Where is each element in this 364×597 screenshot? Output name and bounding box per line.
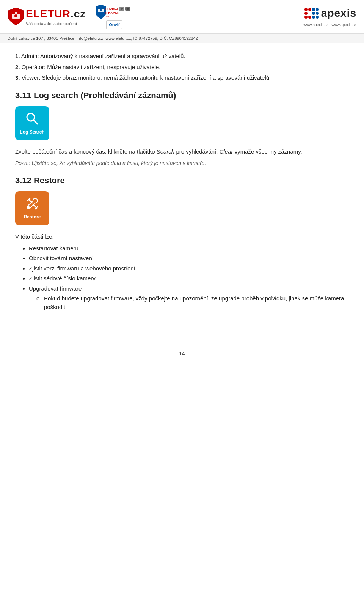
middle-logos: PRODEJ IPKAMER .cz Onvif [93, 4, 135, 29]
section-312-heading: Restore [34, 176, 65, 185]
section-312-bullets: Restartovat kameru Obnovit tovární nasta… [29, 244, 349, 312]
bullet-5: Upgradovat firmware Pokud budete upgrado… [29, 284, 349, 312]
section-311-body: Zvolte počáteční čas a koncový čas, klik… [15, 147, 349, 156]
svg-point-4 [100, 9, 102, 11]
page-number: 14 [0, 342, 364, 361]
apexis-brand-text: apexis [321, 5, 356, 21]
log-search-button[interactable]: Log Search [15, 106, 49, 140]
sub-bullet-1: Pokud budete upgradovat firmware, vždy p… [36, 294, 349, 311]
address-text: Dolní Lukavice 107 , 33401 Přeštice, inf… [8, 36, 198, 41]
section-311-note: Pozn.: Ujistěte se, že vyhledáváte podle… [15, 159, 349, 167]
header: ELETUR.cz Váš dodavatel zabezpečení [0, 0, 364, 33]
bullet-3: Zjistit verzi firmwaru a webového prostř… [29, 264, 349, 273]
body-text-311: Zvolte počáteční čas a koncový čas, klik… [15, 148, 302, 155]
svg-point-9 [121, 8, 123, 10]
apexis-logo: apexis www.apexis.cz · www.apexis.sk [304, 5, 357, 28]
sub-bullet-list: Pokud budete upgradovat firmware, vždy p… [36, 294, 349, 311]
section-311-num: 3.11 [15, 91, 34, 100]
page-num-text: 14 [179, 350, 185, 357]
restore-label: Restore [24, 214, 41, 220]
svg-point-1 [14, 14, 17, 17]
header-address: Dolní Lukavice 107 , 33401 Přeštice, inf… [0, 33, 364, 43]
svg-rect-2 [15, 12, 17, 14]
restore-button[interactable]: Restore [15, 191, 49, 225]
section-312-num: 3.12 [15, 176, 34, 185]
search-icon [25, 111, 40, 126]
list-num-1: 1. [15, 53, 20, 59]
list-item-1: 1. Admin: Autorizovaný k nastavení zaříz… [15, 52, 349, 61]
list-item-3: 3. Viewer: Sleduje obraz monitoru, nemá … [15, 74, 349, 82]
svg-point-11 [127, 8, 129, 10]
log-search-label: Log Search [20, 129, 44, 135]
eletur-tagline: Váš dodavatel zabezpečení [26, 20, 86, 27]
page: ELETUR.cz Váš dodavatel zabezpečení [0, 0, 364, 597]
eletur-brand-text: ELETUR.cz [26, 6, 86, 22]
eletur-text: ELETUR.cz Váš dodavatel zabezpečení [26, 6, 86, 27]
main-content: 1. Admin: Autorizovaný k nastavení zaříz… [0, 43, 364, 330]
prodej-logo-svg: PRODEJ IPKAMER .cz [93, 4, 135, 20]
section-312-title: 3.12 Restore [15, 174, 349, 187]
svg-point-14 [28, 207, 29, 208]
svg-line-13 [33, 120, 38, 124]
list-item-2: 2. Operátor: Může nastavit zařízení, nes… [15, 63, 349, 72]
bullet-2: Obnovit tovární nastavení [29, 254, 349, 263]
list-text-2: Operátor: Může nastavit zařízení, nespra… [22, 64, 161, 70]
shield-icon [8, 7, 24, 26]
svg-text:IPKAMER: IPKAMER [105, 11, 119, 14]
list-text-3: Viewer: Sleduje obraz monitoru, nemá žád… [22, 74, 271, 81]
apexis-url: www.apexis.cz · www.apexis.sk [304, 22, 357, 28]
list-num-2: 2. [15, 64, 20, 70]
onvif-badge: Onvif [106, 20, 122, 29]
list-num-3: 3. [15, 74, 20, 81]
eletur-logo: ELETUR.cz Váš dodavatel zabezpečení [8, 6, 86, 27]
section-311-heading: Log search (Prohledávání záznamů) [34, 91, 176, 100]
section-311-title: 3.11 Log search (Prohledávání záznamů) [15, 89, 349, 102]
bullet-4: Zjistit sériové číslo kamery [29, 274, 349, 283]
bullet-1: Restartovat kameru [29, 244, 349, 253]
svg-text:.cz: .cz [105, 15, 110, 18]
svg-text:PRODEJ: PRODEJ [105, 7, 118, 11]
section-312-intro: V této části lze: [15, 232, 349, 241]
apexis-dots [304, 8, 319, 19]
tools-icon [25, 196, 40, 211]
list-text-1: Admin: Autorizovaný k nastavení zařízení… [21, 53, 185, 59]
